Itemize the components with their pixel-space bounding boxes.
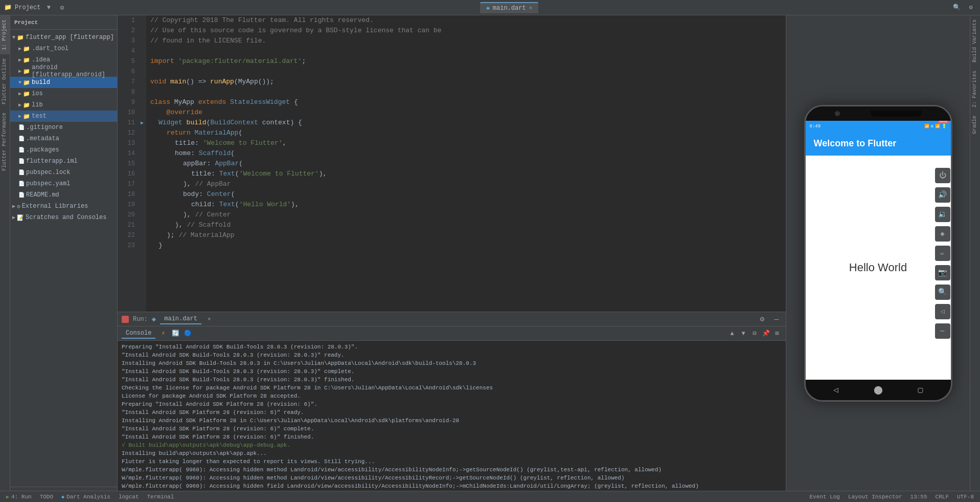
settings-gear-icon[interactable]: ⚙: [966, 3, 976, 13]
tree-item-label: android [flutterapp_android]: [32, 64, 115, 78]
terminal-item[interactable]: Terminal: [145, 494, 176, 500]
code-editor: 1 2 3 4 5 6 7 8 9 10 11 12 13 14 15 16 1…: [118, 15, 786, 312]
tab-flutter-outline[interactable]: Flutter Outline: [0, 54, 10, 108]
tree-readme[interactable]: 📄 README.md: [10, 189, 117, 201]
search-icon[interactable]: 🔍: [951, 3, 962, 13]
filter2-btn[interactable]: ⊟: [750, 329, 759, 338]
tree-packages[interactable]: 📄 .packages: [10, 144, 117, 156]
tree-external-libs[interactable]: ▶ ⚙ External Libraries: [10, 201, 117, 212]
settings-icon[interactable]: ⚙: [57, 3, 67, 13]
folder-icon: 📁: [23, 91, 30, 97]
tab-build-variants[interactable]: Build Variants: [970, 15, 980, 67]
tab-flutter-performance[interactable]: Flutter Performance: [0, 108, 10, 175]
tree-dart-tool[interactable]: ▶ 📁 .dart_tool: [10, 43, 117, 54]
tree-ios[interactable]: ▶ 📁 ios: [10, 88, 117, 99]
run-bar: Run: ◆ main.dart × ⚙ —: [118, 312, 786, 326]
console-line: Preparing "Install Android SDK Build-Too…: [122, 343, 782, 351]
tree-item-label: .gitignore: [26, 124, 63, 131]
tree-root[interactable]: ▼ 📁 flutter_app [flutterapp]: [10, 32, 117, 43]
project-label[interactable]: Project: [15, 4, 40, 11]
camera-dot: [835, 111, 840, 116]
layout-btn[interactable]: ⊞: [772, 329, 782, 338]
time-label: 13:55: [910, 494, 927, 500]
tab-gradle[interactable]: Gradle: [970, 112, 980, 138]
tree-build[interactable]: ▼ 📁 build: [10, 77, 117, 88]
logcat-item[interactable]: logcat: [117, 494, 141, 500]
right-sidebar-tabs: Build Variants 2: Favorites Gradle: [970, 15, 980, 491]
expand-icon: ▶: [18, 68, 21, 74]
tree-scratches[interactable]: ▶ 📝 Scratches and Consoles: [10, 212, 117, 223]
back-nav-btn[interactable]: ◁: [833, 385, 838, 395]
folder-icon: 📁: [23, 57, 30, 63]
recent-nav-btn[interactable]: ▢: [918, 385, 923, 395]
code-line-9: class MyApp extends StatelessWidget {: [150, 97, 786, 107]
device-screen: 6:49 📶 ⚙ 📶 🔋 SAVE Welcome to Flutter: [806, 121, 951, 380]
tree-android[interactable]: ▶ 📁 android [flutterapp_android]: [10, 66, 117, 77]
code-line-10: @override: [150, 107, 786, 118]
run-tab[interactable]: main.dart: [160, 314, 201, 324]
layout-inspector-item[interactable]: Layout Inspector: [846, 494, 904, 500]
tree-test[interactable]: ▶ 📁 test: [10, 111, 117, 122]
tab-favorites[interactable]: 2: Favorites: [970, 67, 980, 112]
console-line: "Install Android SDK Build-Tools 28.0.3 …: [122, 376, 782, 384]
expand-icon: ▼: [12, 35, 15, 40]
charset-label: UTF-8: [957, 494, 974, 500]
settings-icon[interactable]: ⚙: [757, 314, 767, 324]
pin-btn[interactable]: 📌: [761, 329, 770, 338]
minimize-icon[interactable]: —: [771, 314, 782, 324]
dart-analysis-item[interactable]: ◆ Dart Analysis: [59, 494, 112, 500]
diamond-btn[interactable]: ◆: [935, 226, 950, 242]
run-status-item[interactable]: ▶ 4: Run: [4, 494, 34, 500]
status-right: Event Log Layout Inspector 13:55 CRLF UT…: [808, 494, 976, 500]
horizontal-scrollbar[interactable]: [10, 487, 117, 491]
file-icon: 📄: [18, 147, 25, 153]
up-btn[interactable]: ▲: [727, 329, 737, 338]
stop-button[interactable]: [122, 316, 129, 323]
console-tab[interactable]: Console: [122, 329, 155, 339]
tree-item-label: .dart_tool: [32, 45, 69, 52]
zoom-btn[interactable]: 🔍: [935, 285, 950, 300]
device-controls: ⏻ 🔊 🔉 ◆ ✏ 📷 🔍 ◁ ⋯: [935, 168, 950, 339]
file-tab[interactable]: ◆ main.dart ×: [480, 2, 538, 13]
console-line: "Install Android SDK Build-Tools 28.0.3 …: [122, 367, 782, 376]
encoding-label: CRLF: [936, 494, 949, 500]
filter-btn[interactable]: 🔵: [183, 329, 192, 338]
code-line-16: title: Text('Welcome to Flutter'),: [150, 169, 786, 179]
tree-item-label: .idea: [32, 56, 50, 63]
status-bar: ▶ 4: Run TODO ◆ Dart Analysis logcat Ter…: [0, 491, 980, 502]
todo-item[interactable]: TODO: [38, 494, 55, 500]
tree-gitignore[interactable]: 📄 .gitignore: [10, 122, 117, 133]
code-line-22: ); // MaterialApp: [150, 230, 786, 241]
camera-btn[interactable]: 📷: [935, 265, 950, 280]
charset-item[interactable]: UTF-8: [955, 494, 976, 500]
home-nav-btn[interactable]: ⬤: [874, 385, 883, 395]
volume-down-btn[interactable]: 🔉: [935, 207, 950, 222]
expand-icon: ▶: [18, 91, 21, 97]
down-btn[interactable]: ▼: [739, 329, 748, 338]
tree-pubspec-yaml[interactable]: 📄 pubspec.yaml: [10, 178, 117, 189]
tab-project[interactable]: 1: Project: [0, 15, 10, 54]
lightning-btn[interactable]: ⚡: [158, 329, 168, 338]
volume-up-btn[interactable]: 🔊: [935, 187, 950, 203]
more-btn[interactable]: ⋯: [935, 323, 950, 339]
close-run-tab[interactable]: ×: [208, 316, 211, 322]
scratch-icon: 📝: [17, 214, 24, 221]
file-icon: 📄: [18, 192, 25, 198]
event-log-item[interactable]: Event Log: [808, 494, 842, 500]
encoding-item[interactable]: CRLF: [933, 494, 951, 500]
tree-metadata[interactable]: 📄 .metadata: [10, 133, 117, 144]
code-line-18: body: Center(: [150, 189, 786, 200]
project-dropdown-btn[interactable]: ▼: [43, 3, 54, 13]
refresh-btn[interactable]: 🔄: [171, 329, 180, 338]
code-line-7: void main() => runApp(MyApp());: [150, 77, 786, 87]
tree-lib[interactable]: ▶ 📁 lib: [10, 99, 117, 111]
back-btn[interactable]: ◁: [935, 304, 950, 319]
terminal-label: Terminal: [147, 494, 174, 500]
tree-item-label: pubspec.lock: [26, 169, 70, 176]
file-icon: 📄: [18, 124, 25, 130]
close-tab-btn[interactable]: ×: [529, 5, 533, 11]
pencil-btn[interactable]: ✏: [935, 246, 950, 261]
tree-pubspec-lock[interactable]: 📄 pubspec.lock: [10, 167, 117, 178]
tree-iml[interactable]: 📄 flutterapp.iml: [10, 156, 117, 167]
power-btn[interactable]: ⏻: [935, 168, 950, 183]
